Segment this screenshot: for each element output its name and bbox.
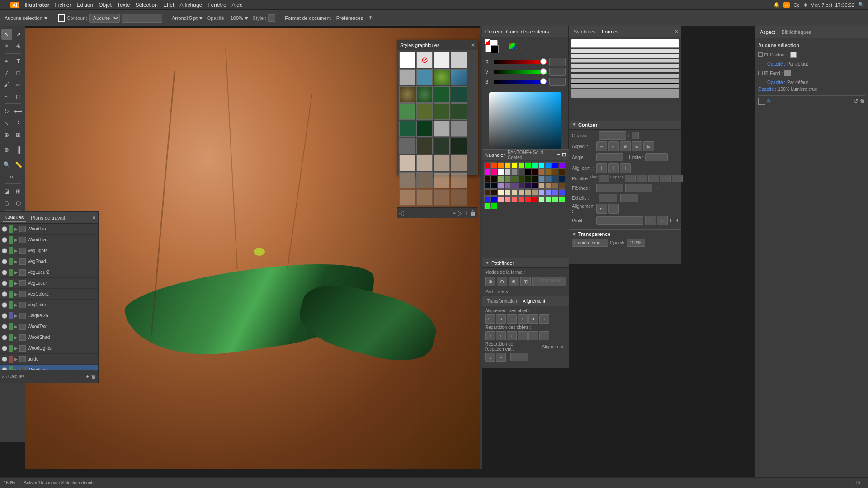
layer-expand-arrow[interactable]: ▶ — [14, 335, 18, 340]
layer-visibility-toggle[interactable] — [2, 302, 7, 308]
nuancier-swatch[interactable] — [559, 169, 565, 175]
pencil-tool[interactable]: ✏ — [13, 79, 24, 90]
style-swatch-faint6[interactable] — [451, 189, 467, 206]
zoom-level[interactable]: 150% — [4, 480, 15, 485]
column-graph-tool[interactable]: ▐ — [13, 144, 24, 155]
stroke-style-6[interactable] — [571, 89, 679, 98]
nuancier-swatch[interactable] — [511, 196, 518, 202]
nuancier-swatch[interactable] — [484, 176, 491, 182]
direct-selection-tool[interactable]: ↗ — [13, 29, 24, 40]
style-swatch-2[interactable] — [451, 52, 467, 68]
styles-prev-button[interactable]: ◁ — [399, 209, 404, 216]
profil-select[interactable]: ——— — [596, 216, 643, 225]
smooth-tool[interactable]: ~ — [1, 91, 12, 102]
profil-flip-h[interactable]: ↔ — [645, 216, 656, 225]
fx-button[interactable]: fx — [767, 99, 771, 104]
layer-expand-arrow[interactable]: ▶ — [14, 259, 18, 264]
nuancier-swatch[interactable] — [538, 189, 545, 196]
dist-v-btn[interactable]: ↕ — [496, 331, 506, 340]
nuancier-swatch[interactable] — [532, 189, 538, 196]
style-swatch-tan3[interactable] — [434, 155, 450, 171]
aspect-delete-button[interactable]: 🗑 — [860, 98, 865, 104]
style-swatch-gray1[interactable] — [434, 121, 450, 137]
width-tool[interactable]: ⊕ — [1, 129, 12, 140]
align-v-center-btn[interactable]: ⬍ — [528, 314, 538, 324]
echelle-input-1[interactable] — [599, 194, 617, 202]
stroke-style-5[interactable] — [571, 79, 679, 88]
nuancier-swatch[interactable] — [511, 189, 518, 196]
graisse-input[interactable] — [599, 131, 626, 140]
style-swatch-blue1[interactable] — [451, 69, 467, 85]
style-swatch-green2[interactable] — [416, 86, 433, 103]
alig-btn-2[interactable]: | — [608, 163, 619, 173]
style-swatch-faint1[interactable] — [434, 172, 450, 188]
align-left-btn[interactable]: ⟵ — [485, 314, 495, 324]
layer-lock-icon[interactable] — [92, 227, 96, 231]
nuancier-swatch[interactable] — [518, 183, 524, 189]
nuancier-swatch[interactable] — [518, 169, 524, 175]
dist-bot-btn[interactable]: ↓ — [507, 331, 517, 340]
layer-visibility-toggle[interactable] — [2, 335, 7, 340]
nuancier-swatch[interactable] — [545, 169, 552, 175]
style-swatch-green1[interactable] — [434, 69, 450, 85]
style-swatch-tan4[interactable] — [451, 155, 467, 171]
styles-add-button[interactable]: + — [464, 209, 468, 216]
layer-row[interactable]: ▶WoodTra... — [0, 224, 98, 235]
nuancier-swatch[interactable] — [545, 183, 552, 189]
selection-tool[interactable]: ↖ — [1, 29, 12, 40]
nuancier-swatch[interactable] — [505, 183, 511, 189]
nuancier-swatch[interactable] — [559, 162, 565, 169]
b-value[interactable] — [549, 78, 566, 86]
measure-tool[interactable]: 📏 — [13, 159, 24, 170]
eyedropper-tool[interactable]: 🔍 — [1, 159, 12, 170]
nuancier-swatch[interactable] — [532, 176, 538, 182]
dash-input-1[interactable] — [599, 175, 609, 182]
layer-visibility-toggle[interactable] — [2, 281, 7, 286]
style-swatch-deepgreen[interactable] — [416, 121, 433, 137]
layer-visibility-toggle[interactable] — [2, 291, 7, 297]
dist-left-btn[interactable]: ← — [518, 331, 528, 340]
menu-edition[interactable]: Edition — [76, 2, 93, 8]
limite-input[interactable] — [645, 153, 668, 161]
mesh-tool[interactable]: ⊞ — [13, 186, 24, 197]
nuancier-swatch[interactable] — [525, 183, 531, 189]
layer-row[interactable]: ▶VegColor2 — [0, 289, 98, 300]
menu-effet[interactable]: Effet — [163, 2, 174, 8]
echelle-dec2[interactable]: - — [618, 194, 620, 202]
opacite-value[interactable]: 100%▼ — [229, 14, 251, 22]
rotate-tool[interactable]: ↻ — [1, 106, 12, 117]
alig-btn-3[interactable]: | — [620, 163, 631, 173]
layer-lock-icon[interactable] — [92, 238, 96, 242]
layer-lock-icon[interactable] — [92, 249, 96, 253]
nuancier-swatch[interactable] — [552, 176, 558, 182]
layer-lock-icon[interactable] — [92, 357, 96, 361]
layer-visibility-toggle[interactable] — [2, 237, 7, 243]
layer-lock-icon[interactable] — [92, 335, 96, 340]
nuancier-swatch[interactable] — [518, 176, 524, 182]
nuancier-swatch[interactable] — [491, 162, 497, 169]
nuancier-swatch[interactable] — [525, 196, 531, 202]
nuancier-swatch[interactable] — [505, 162, 511, 169]
style-swatch-darkgreen[interactable] — [434, 86, 450, 103]
layer-lock-icon[interactable] — [92, 270, 96, 275]
nuancier-swatch[interactable] — [538, 176, 545, 182]
layer-expand-arrow[interactable]: ▶ — [14, 314, 18, 318]
symbol-sprayer-tool[interactable]: ⊛ — [1, 144, 12, 155]
nuancier-swatch[interactable] — [505, 176, 511, 182]
nuancier-grid-icon[interactable]: ⊞ — [562, 152, 566, 158]
nuancier-swatch[interactable] — [511, 176, 518, 182]
search-icon[interactable]: 🔍 — [858, 2, 864, 8]
nuancier-swatch[interactable] — [498, 183, 504, 189]
r-track[interactable] — [494, 60, 547, 64]
space-input-3[interactable] — [672, 175, 683, 182]
style-swatch-3[interactable] — [399, 69, 415, 85]
paintbrush-tool[interactable]: 🖌 — [1, 79, 12, 90]
v-track[interactable] — [494, 70, 547, 74]
nuancier-swatch[interactable] — [491, 183, 497, 189]
reflect-tool[interactable]: ⟷ — [13, 106, 24, 117]
layer-lock-icon[interactable] — [92, 259, 96, 264]
nuancier-swatch[interactable] — [552, 169, 558, 175]
tab-calques[interactable]: Calques — [3, 214, 26, 222]
nuancier-swatch[interactable] — [498, 162, 504, 169]
nuancier-swatch[interactable] — [505, 169, 511, 175]
